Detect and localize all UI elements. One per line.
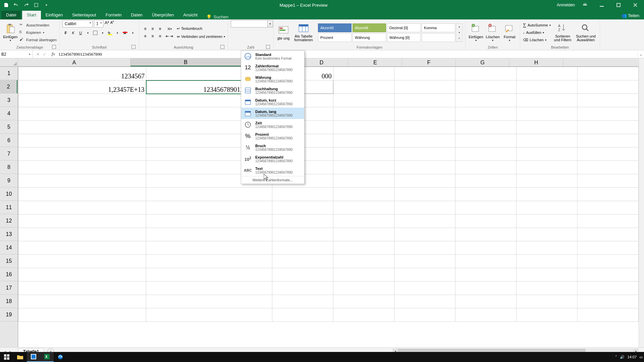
- row-header-9[interactable]: 9: [0, 174, 18, 187]
- border-button[interactable]: [92, 29, 99, 36]
- align-left[interactable]: ≡: [142, 33, 149, 40]
- cell-E14[interactable]: [394, 241, 455, 255]
- share-button[interactable]: 👥 Teilen: [622, 13, 639, 18]
- row-header-18[interactable]: 18: [0, 295, 18, 308]
- cond-format-button[interactable]: gte ung: [276, 21, 290, 44]
- cell-H15[interactable]: [577, 255, 638, 268]
- format-button[interactable]: Format▾: [502, 21, 517, 44]
- lang-icon[interactable]: ▭: [639, 355, 643, 359]
- cell-D6[interactable]: [333, 134, 394, 147]
- cell-E10[interactable]: [394, 188, 455, 201]
- cell-B19[interactable]: [146, 308, 272, 322]
- cell-G2[interactable]: [516, 80, 577, 94]
- cell-G18[interactable]: [516, 295, 577, 308]
- number-format-input[interactable]: [231, 20, 268, 27]
- cell-H18[interactable]: [577, 295, 638, 308]
- cell-E12[interactable]: [394, 215, 455, 228]
- tab-view[interactable]: Ansicht: [178, 11, 202, 19]
- dec-indent[interactable]: ⇤: [166, 33, 169, 40]
- ribbon-opts-icon[interactable]: [578, 0, 592, 10]
- orientation-button[interactable]: ⤭▾: [166, 25, 173, 32]
- cell-C12[interactable]: [272, 215, 333, 228]
- cell-A18[interactable]: [18, 295, 146, 308]
- tab-insert[interactable]: Einfügen: [41, 11, 67, 19]
- formula-input[interactable]: [57, 51, 637, 58]
- cell-E3[interactable]: [394, 94, 455, 107]
- cell-A15[interactable]: [18, 255, 146, 268]
- cell-C11[interactable]: [272, 201, 333, 215]
- col-header-E[interactable]: E: [348, 58, 402, 66]
- cell-H4[interactable]: [577, 107, 638, 121]
- cell-H13[interactable]: [577, 228, 638, 241]
- underline-dd[interactable]: ▾: [85, 29, 91, 36]
- cell-D5[interactable]: [333, 121, 394, 134]
- cell-D10[interactable]: [333, 188, 394, 201]
- row-header-15[interactable]: 15: [0, 254, 18, 268]
- undo-icon[interactable]: [12, 1, 20, 9]
- cell-E2[interactable]: [394, 80, 455, 94]
- nf-option-7[interactable]: % Prozent12345678901234567890: [241, 130, 304, 142]
- cell-B11[interactable]: [146, 201, 272, 215]
- cell-E6[interactable]: [394, 134, 455, 147]
- cell-E16[interactable]: [394, 268, 455, 282]
- row-header-11[interactable]: 11: [0, 201, 18, 214]
- cell-D15[interactable]: [333, 255, 394, 268]
- cell-F11[interactable]: [455, 201, 516, 215]
- cell-E7[interactable]: [394, 147, 455, 161]
- row-header-12[interactable]: 12: [0, 214, 18, 228]
- cell-C16[interactable]: [272, 268, 333, 282]
- cell-D8[interactable]: [333, 161, 394, 174]
- grow-font-icon[interactable]: A▴: [105, 20, 109, 27]
- cell-G19[interactable]: [516, 308, 577, 322]
- cell-B10[interactable]: [146, 188, 272, 201]
- explorer-icon[interactable]: [13, 352, 27, 362]
- font-color-dd[interactable]: ▾: [129, 29, 136, 36]
- wrap-button[interactable]: ↩Textumbruch: [177, 25, 225, 32]
- cell-E1[interactable]: [394, 67, 455, 80]
- row-header-13[interactable]: 13: [0, 228, 18, 241]
- cell-F2[interactable]: [455, 80, 516, 94]
- cell-A10[interactable]: [18, 188, 146, 201]
- style-akzent6[interactable]: Akzent6: [353, 23, 386, 32]
- cell-G1[interactable]: [516, 67, 577, 80]
- cell-B13[interactable]: [146, 228, 272, 241]
- row-header-7[interactable]: 7: [0, 147, 18, 161]
- cell-E4[interactable]: [394, 107, 455, 121]
- row-header-8[interactable]: 8: [0, 161, 18, 174]
- style-komma[interactable]: Komma: [422, 23, 455, 32]
- cell-C19[interactable]: [272, 308, 333, 322]
- cell-D13[interactable]: [333, 228, 394, 241]
- cell-G7[interactable]: [516, 147, 577, 161]
- nf-option-3[interactable]: Buchhaltung12345678901234567890: [241, 85, 304, 96]
- col-header-F[interactable]: F: [402, 58, 456, 66]
- cell-H14[interactable]: [577, 241, 638, 255]
- cell-F18[interactable]: [455, 295, 516, 308]
- row-header-19[interactable]: 19: [0, 308, 18, 321]
- cell-E5[interactable]: [394, 121, 455, 134]
- align-right[interactable]: ≡: [157, 33, 163, 40]
- cell-G14[interactable]: [516, 241, 577, 255]
- cell-E17[interactable]: [394, 282, 455, 295]
- align-dlaunch[interactable]: [220, 45, 224, 49]
- cell-G12[interactable]: [516, 215, 577, 228]
- find-button[interactable]: Suchen und Auswählen: [575, 21, 597, 44]
- cut-button[interactable]: ✂Ausschneiden: [19, 22, 57, 28]
- minimize-icon[interactable]: [595, 0, 608, 10]
- cell-G16[interactable]: [516, 268, 577, 282]
- cell-H3[interactable]: [577, 94, 638, 107]
- tab-start[interactable]: Start: [22, 11, 41, 19]
- nf-option-2[interactable]: Währung12345678901234567890: [241, 73, 304, 85]
- cell-A9[interactable]: [18, 174, 146, 188]
- tab-formulas[interactable]: Formeln: [101, 11, 126, 19]
- cell-B15[interactable]: [146, 255, 272, 268]
- cell-B12[interactable]: [146, 215, 272, 228]
- cell-F8[interactable]: [455, 161, 516, 174]
- nf-option-9[interactable]: 102 Exponentialzahl12345678901234567890: [241, 153, 304, 165]
- cell-D2[interactable]: [333, 80, 394, 94]
- cell-F9[interactable]: [455, 174, 516, 188]
- bold-button[interactable]: F: [62, 29, 69, 36]
- col-header-B[interactable]: B: [130, 58, 241, 66]
- cell-C17[interactable]: [272, 282, 333, 295]
- cell-F10[interactable]: [455, 188, 516, 201]
- clock[interactable]: 14:07: [627, 355, 637, 359]
